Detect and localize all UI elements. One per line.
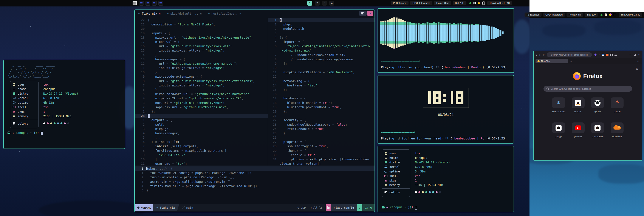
- close-icon[interactable]: ×: [638, 53, 640, 56]
- shell-prompt[interactable]: →canopus~))): [8, 131, 121, 134]
- window-close-button[interactable]: ×: [367, 11, 373, 16]
- code-line: 4 home-manager,: [135, 131, 268, 135]
- clock-digit: [451, 91, 453, 104]
- client-icon[interactable]: [139, 1, 144, 6]
- window-controls: ─ ×: [629, 53, 640, 56]
- client-icon[interactable]: [152, 1, 157, 6]
- extension-diamond-icon[interactable]: [594, 54, 597, 56]
- cava-panel[interactable]: ========================> Playing: ffee …: [378, 8, 514, 73]
- shortcut-tile-claude[interactable]: *claude: [610, 97, 624, 113]
- shortcut-tile-cloudflare[interactable]: cloudflare: [610, 122, 624, 138]
- editor-pane-iso[interactable]: 1{1 pkgs,2 modulesPath,3 ...4}: {5 impor…: [268, 17, 374, 165]
- reload-icon[interactable]: ↻: [542, 53, 544, 57]
- network-tray-icon[interactable]: [600, 14, 603, 16]
- shortcut-tile-amazon[interactable]: aamazon: [572, 97, 585, 113]
- bluetooth-tray-icon[interactable]: ᛒ: [604, 13, 607, 16]
- code-line: 22 security = {: [268, 118, 374, 122]
- color-dot: [418, 191, 420, 193]
- color-dot: [67, 122, 69, 124]
- terminal-window[interactable]: _ __ _ ____ _____ / |/ /(_)_ __ / __ \/ …: [3, 60, 125, 149]
- battery-badge: Bat: 100: [584, 13, 598, 17]
- bluetooth-tray-icon[interactable]: ᛒ: [473, 2, 476, 4]
- tab-list-chevron-icon[interactable]: ∨: [637, 60, 639, 63]
- fetch-value: tux: [415, 151, 514, 155]
- extension-crescent-icon[interactable]: ◗: [598, 54, 600, 56]
- fetch-value: canopus: [415, 156, 514, 159]
- media-tray-icon[interactable]: [478, 2, 480, 4]
- shell-prompt[interactable]: →canopus~))): [382, 205, 417, 209]
- nix-snowflake-icon: ❄: [167, 12, 168, 15]
- nixos-ascii-logo: _ __ _ ____ _____ / |/ /(_)_ __ / __ \/ …: [8, 63, 121, 78]
- battery-badge: Bat: 100: [453, 1, 466, 6]
- shortcut-tile-chatgpt[interactable]: ∗chatgpt: [552, 122, 565, 138]
- fetch-label: kernel: [18, 96, 28, 100]
- code-line: 11 nixpkgs.hostPlatform = "x86_64-linux"…: [268, 70, 374, 74]
- digital-clock: [423, 88, 469, 108]
- menu-icon[interactable]: [614, 54, 617, 56]
- workspace-button-3[interactable]: 3: [322, 1, 327, 6]
- code-line: 1{: [268, 18, 374, 22]
- fetch-panel[interactable]: usertuxhnamecanopusdistroNixOS 24.11 (Vi…: [378, 146, 514, 212]
- new-tab-button[interactable]: +: [570, 60, 572, 63]
- nix-icon: ❄: [556, 100, 560, 106]
- personalize-gear-icon[interactable]: ⚙: [636, 67, 638, 71]
- tab-new-tab[interactable]: New Tab: [536, 59, 568, 63]
- extension-sidebar-icon[interactable]: [610, 54, 612, 56]
- extension-fox-icon[interactable]: [606, 54, 608, 56]
- client-icon[interactable]: [158, 1, 163, 6]
- editor-pane-flake[interactable]: 22{21 description = "tux's NixOS Flake";…: [135, 17, 268, 165]
- code-line: 8 url = "github:nix-community/nix-vscode…: [135, 79, 268, 83]
- phone-tray-icon[interactable]: [482, 2, 485, 5]
- phone-tray-icon[interactable]: [614, 13, 616, 16]
- launcher-icon[interactable]: [132, 1, 137, 6]
- newtab-search-input[interactable]: Search with Google or enter address: [544, 86, 632, 92]
- editor-cursor: {: [146, 167, 148, 170]
- fetch-value: 1946 | 15394 MiB: [415, 183, 514, 187]
- editor-tab-pkgs-default-[interactable]: ❄pkgs/default ...×: [167, 12, 202, 15]
- shortcut-tile-chat-openai[interactable]: ∗chat.openai: [591, 122, 604, 138]
- urlbar[interactable]: Search with Google or enter address: [547, 52, 592, 57]
- minimize-icon[interactable]: ─: [629, 53, 631, 56]
- code-line: 27 programs = {: [268, 140, 374, 144]
- tab-close-icon[interactable]: ×: [159, 12, 160, 15]
- shortcut-tile-search-nixos[interactable]: ❄search.nixos: [552, 97, 565, 113]
- editor-tab-flake-nix[interactable]: ❄flake.nix×: [138, 12, 160, 15]
- clock-panel[interactable]: 08/08/24 =====================> Playing:…: [378, 75, 514, 144]
- client-icon[interactable]: [146, 1, 150, 6]
- neovim-window[interactable]: ❄flake.nix×❄pkgs/default ...×❄hosts/isoI…: [134, 10, 375, 212]
- workspace-button-2[interactable]: 2: [315, 1, 320, 6]
- firefox-window[interactable]: ‹ › ↻ Search with Google or enter addres…: [533, 51, 642, 161]
- tab-close-icon[interactable]: ×: [200, 12, 202, 15]
- code-line: 19 bluetooth.powerOnBoot = true;: [268, 105, 374, 109]
- editor-pane-pkgs[interactable]: 1{pkgs, ...}: {1 tux-awesome-wm-config =…: [135, 165, 374, 194]
- code-line: 1 pkgs,: [268, 22, 374, 27]
- ping-badge: Home: 6ms: [566, 13, 583, 17]
- workspace-button-1[interactable]: 1: [307, 1, 312, 6]
- tab-close-icon[interactable]: ×: [239, 12, 241, 15]
- palette-icon: [384, 190, 388, 194]
- fetch-value: 1: [415, 179, 514, 182]
- code-line: 16: [268, 92, 374, 96]
- code-line: 21: [268, 114, 374, 118]
- code-line: 5 nixos-hardware.url = "github:nixos/nix…: [135, 92, 268, 96]
- shortcut-tile-youtube[interactable]: ▶youtube: [572, 122, 585, 138]
- code-line: 12 url = "github:nix-community/home-mana…: [135, 61, 268, 66]
- code-line: 6 } @ inputs: let: [135, 140, 268, 144]
- network-tray-icon[interactable]: [469, 2, 472, 4]
- media-tray-icon[interactable]: [609, 13, 612, 16]
- titlebar-toggle-icon[interactable]: [359, 11, 366, 16]
- code-line: 2 self,: [135, 122, 268, 127]
- shortcut-tile-github[interactable]: github: [591, 97, 604, 113]
- editor-tab-hosts-isoImag-[interactable]: ❄hosts/isoImag..×: [208, 12, 241, 15]
- fetch-label: hname: [389, 156, 398, 159]
- code-line: 1{pkgs, ...}: {: [135, 166, 374, 171]
- forward-icon[interactable]: ›: [539, 53, 540, 57]
- clock-digit: [433, 91, 441, 104]
- back-icon[interactable]: ‹: [536, 53, 537, 57]
- clock-digit: [456, 91, 464, 104]
- maximize-icon[interactable]: [634, 54, 636, 56]
- extension-translate-icon[interactable]: [602, 54, 604, 56]
- top-bar: P: Balanced GPU: Integrated Home: 6ms Ba…: [530, 12, 644, 18]
- now-playing: Playing: d (coffee for your head) ** ♫ b…: [381, 137, 510, 140]
- workspace-button-4[interactable]: 4: [329, 1, 334, 6]
